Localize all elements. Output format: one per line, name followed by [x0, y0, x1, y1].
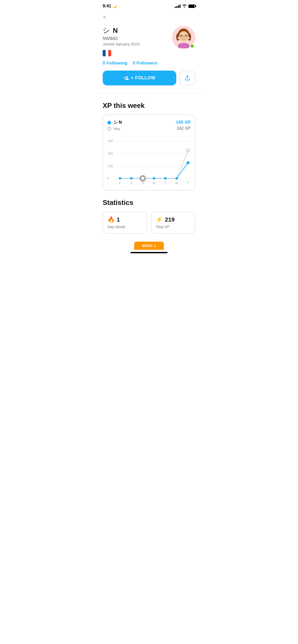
svg-point-13: [178, 37, 179, 39]
you-legend-label: You: [113, 126, 120, 131]
total-xp-label: Total XP: [156, 225, 191, 229]
you-xp-value: 342 XP: [177, 126, 191, 131]
user-dot-s2: [141, 177, 144, 180]
action-row: + FOLLOW: [103, 71, 195, 85]
followers-count[interactable]: 0 Followers: [133, 61, 158, 66]
section-divider: [97, 93, 201, 94]
follow-button-label: + FOLLOW: [131, 75, 155, 81]
follow-person-icon: [124, 75, 129, 81]
stats-grid: 🔥 1 Day streak ⚡ 219 Total XP: [103, 211, 195, 234]
profile-header: シ N NWtb81 Joined January 2023: [103, 26, 195, 50]
x-label-t2: T: [187, 181, 189, 185]
user-dot-t2: [187, 161, 189, 164]
moon-icon: 🌙: [112, 4, 117, 8]
svg-point-11: [179, 38, 182, 39]
x-label-s1: S: [130, 181, 132, 185]
y-label-450: 450: [107, 139, 113, 143]
x-label-w: W: [175, 181, 178, 185]
stat-xp-content: ⚡ 219: [156, 216, 191, 223]
svg-point-12: [186, 38, 188, 39]
y-label-300: 300: [107, 152, 113, 155]
bolt-icon: ⚡: [156, 216, 163, 223]
flag-french: [103, 50, 111, 56]
stats-section-title: Statistics: [103, 199, 195, 207]
user-dot-f: [119, 177, 121, 180]
close-button[interactable]: ×: [103, 14, 106, 20]
profile-name: シ N: [103, 26, 139, 35]
fire-icon: 🔥: [107, 216, 115, 223]
follow-button[interactable]: + FOLLOW: [103, 71, 176, 85]
x-label-m: M: [153, 181, 155, 185]
close-button-area: ×: [97, 11, 201, 23]
avatar-container: [172, 26, 195, 49]
share-button[interactable]: [179, 71, 195, 85]
legend-left: シ N You: [107, 120, 122, 131]
user-xp-value: 190 XP: [176, 120, 191, 125]
chart-container: 450 300 150 0 F S S M T W T: [107, 135, 191, 186]
chart-svg: 450 300 150 0 F S S M T W T: [107, 135, 191, 185]
user-dot-s1: [130, 177, 133, 180]
svg-point-14: [188, 37, 189, 39]
profile-joined: Joined January 2023: [103, 42, 139, 46]
legend-right: 190 XP 342 XP: [176, 120, 191, 131]
you-legend-dot: [107, 127, 111, 131]
bottom-bar: WEEK 1: [97, 242, 201, 250]
signal-icon: [175, 4, 180, 8]
streak-label: Day streak: [107, 225, 142, 229]
xp-section-title: XP this week: [103, 102, 195, 110]
profile-section: シ N NWtb81 Joined January 2023: [97, 23, 201, 91]
wifi-icon: [182, 4, 187, 8]
flag-blue-stripe: [103, 50, 106, 56]
y-label-150: 150: [107, 164, 113, 168]
svg-rect-6: [185, 35, 187, 36]
streak-value: 1: [117, 216, 120, 223]
legend-item-you: You: [107, 126, 122, 131]
user-legend-name: シ N: [113, 120, 122, 125]
you-dot-t2: [187, 149, 189, 152]
svg-point-10: [183, 37, 184, 38]
stat-streak-content: 🔥 1: [107, 216, 142, 223]
user-dot-w: [175, 177, 178, 180]
profile-info: シ N NWtb81 Joined January 2023: [103, 26, 139, 50]
week-badge[interactable]: WEEK 1: [134, 242, 164, 250]
stat-card-streak: 🔥 1 Day streak: [103, 211, 147, 234]
flag-white-stripe: [106, 50, 109, 56]
user-legend-dot: [107, 121, 111, 125]
user-dot-t1: [164, 177, 167, 180]
chart-card: シ N You 190 XP 342 XP 450 300 150 0: [103, 114, 195, 191]
share-icon: [184, 75, 191, 81]
status-icons: [175, 4, 195, 8]
name-kanji: シ: [103, 26, 110, 34]
xp-section: XP this week シ N You 190 XP 342 XP: [97, 96, 201, 193]
social-row: 0 Following 0 Followers: [103, 61, 195, 66]
time-text: 9:41: [103, 4, 111, 8]
name-initial: N: [113, 26, 118, 34]
flag-red-stripe: [108, 50, 111, 56]
battery-icon: [188, 4, 195, 8]
status-time: 9:41 🌙: [103, 4, 117, 8]
stat-card-xp: ⚡ 219 Total XP: [151, 211, 195, 234]
x-label-s2: S: [142, 181, 144, 185]
following-count[interactable]: 0 Following: [103, 61, 128, 66]
y-label-0: 0: [107, 176, 109, 180]
online-indicator: [190, 44, 194, 48]
x-label-f: F: [119, 181, 121, 185]
status-bar: 9:41 🌙: [97, 0, 201, 11]
x-label-t1: T: [164, 181, 166, 185]
total-xp-value: 219: [165, 216, 175, 223]
home-indicator: [130, 252, 168, 253]
legend-item-user: シ N: [107, 120, 122, 125]
user-dot-m: [153, 177, 155, 180]
profile-username: NWtb81: [103, 36, 139, 41]
flags-row: [103, 50, 195, 56]
stats-section: Statistics 🔥 1 Day streak ⚡ 219 Total XP: [97, 193, 201, 236]
svg-rect-5: [180, 35, 182, 36]
you-line: [120, 150, 188, 178]
chart-legend: シ N You 190 XP 342 XP: [107, 120, 191, 131]
